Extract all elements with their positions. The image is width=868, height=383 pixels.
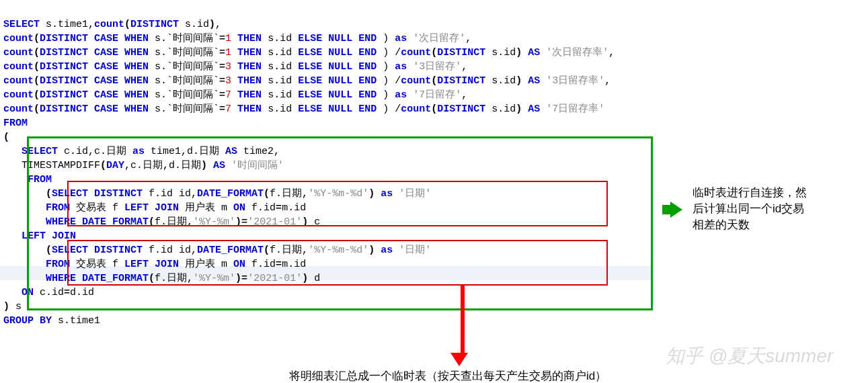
annotation-right: 临时表进行自连接，然 后计算出同一个id交易 相差的天数 bbox=[693, 185, 807, 232]
watermark: 知乎 @夏天summer bbox=[666, 343, 833, 369]
arrow-down-icon bbox=[457, 286, 468, 366]
sql-code-block: SELECT s.time1,count(DISTINCT s.id), cou… bbox=[3, 3, 868, 328]
annotation-bottom: 将明细表汇总成一个临时表（按天查出每天产生交易的商户id） bbox=[289, 368, 606, 383]
arrow-right-icon bbox=[662, 202, 682, 218]
